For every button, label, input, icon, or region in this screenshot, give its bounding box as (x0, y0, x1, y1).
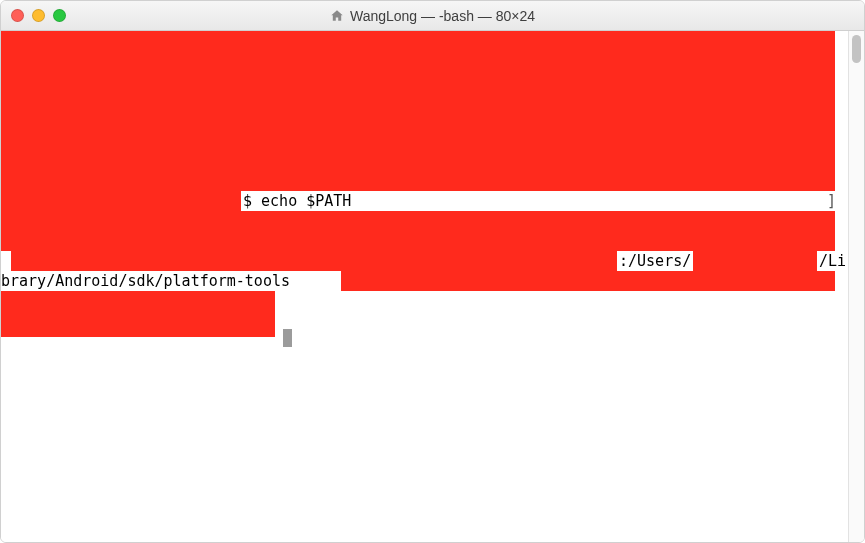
redacted-region (1, 291, 275, 337)
titlebar[interactable]: WangLong — -bash — 80×24 (1, 1, 864, 31)
window-content: $ echo $PATH ] :/Users/ /Li brary/Androi… (1, 31, 864, 542)
scrollbar-thumb[interactable] (852, 35, 861, 63)
minimize-button[interactable] (32, 9, 45, 22)
terminal-viewport[interactable]: $ echo $PATH ] :/Users/ /Li brary/Androi… (1, 31, 848, 542)
close-button[interactable] (11, 9, 24, 22)
zoom-button[interactable] (53, 9, 66, 22)
redacted-region (1, 31, 835, 191)
scrollbar-track[interactable] (848, 31, 864, 542)
redacted-region (1, 191, 241, 211)
redacted-region (341, 271, 835, 291)
terminal-bracket: ] (827, 191, 836, 211)
redacted-region (691, 251, 817, 271)
terminal-command: $ echo $PATH (241, 191, 831, 211)
redacted-region (1, 211, 835, 251)
window-title-wrap: WangLong — -bash — 80×24 (1, 8, 864, 24)
terminal-cursor (283, 329, 292, 347)
path-fragment: /Li (817, 251, 848, 271)
home-icon (330, 9, 344, 23)
traffic-lights (1, 9, 66, 22)
path-fragment: brary/Android/sdk/platform-tools (1, 271, 290, 291)
terminal-window: WangLong — -bash — 80×24 $ echo $PATH ] … (0, 0, 865, 543)
path-fragment: :/Users/ (617, 251, 693, 271)
window-title: WangLong — -bash — 80×24 (350, 8, 535, 24)
redacted-region (11, 251, 617, 271)
